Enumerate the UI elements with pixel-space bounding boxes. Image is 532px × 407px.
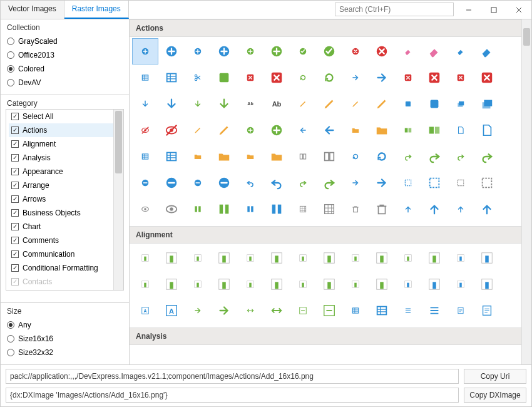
icon-add-file-sm[interactable] bbox=[185, 38, 211, 64]
icon-clip[interactable] bbox=[237, 64, 263, 91]
size-option-size32x32[interactable]: Size32x32 bbox=[7, 346, 123, 359]
icon-undo[interactable] bbox=[263, 170, 290, 196]
size-option-size16x16[interactable]: Size16x16 bbox=[7, 332, 123, 346]
icon-refresh[interactable] bbox=[369, 143, 395, 170]
icon-reset-sm[interactable] bbox=[290, 170, 316, 196]
size-option-any[interactable]: Any bbox=[7, 318, 123, 332]
icon-drill[interactable]: Ab bbox=[263, 91, 290, 117]
icon-folder-sm[interactable] bbox=[342, 117, 369, 143]
category-item-actions[interactable]: Actions bbox=[9, 123, 121, 137]
icon-al-cl-sm[interactable] bbox=[342, 245, 369, 271]
icon-open2-sm[interactable] bbox=[237, 143, 263, 170]
icon-del-data[interactable] bbox=[421, 64, 448, 91]
icon-convert[interactable] bbox=[316, 64, 342, 91]
icon-al-br[interactable] bbox=[263, 245, 290, 271]
tab-vector[interactable]: Vector Images bbox=[1, 1, 64, 19]
icon-al-hl[interactable] bbox=[211, 271, 237, 297]
icon-al-hc2-sm[interactable] bbox=[132, 271, 158, 297]
icon-al-bl-sm[interactable] bbox=[185, 245, 211, 271]
icon-al-list[interactable] bbox=[421, 297, 448, 324]
icon-up2[interactable] bbox=[474, 196, 500, 222]
icon-redo2[interactable] bbox=[474, 143, 500, 170]
collection-option-devav[interactable]: DevAV bbox=[7, 76, 123, 90]
icon-del-list-sm[interactable] bbox=[448, 64, 474, 91]
category-item-select-all[interactable]: Select All bbox=[9, 110, 121, 123]
icon-edit-sm[interactable] bbox=[290, 91, 316, 117]
icon-al-txt-sm[interactable]: A bbox=[132, 297, 158, 324]
icon-al-jl-sm[interactable] bbox=[342, 271, 369, 297]
icon-al-hl-sm[interactable] bbox=[185, 271, 211, 297]
icon-clear-tbl-sm[interactable] bbox=[132, 64, 158, 91]
icon-convert-sm[interactable] bbox=[290, 64, 316, 91]
icon-redo2-sm[interactable] bbox=[448, 143, 474, 170]
icon-book[interactable] bbox=[316, 143, 342, 170]
icon-add-doc-sm[interactable] bbox=[237, 38, 263, 64]
icon-al-hr-sm[interactable] bbox=[237, 271, 263, 297]
icon-split-v[interactable] bbox=[263, 196, 290, 222]
icon-folder[interactable] bbox=[369, 117, 395, 143]
icon-al-v-sm[interactable] bbox=[185, 297, 211, 324]
category-item-chart[interactable]: Chart bbox=[9, 220, 121, 234]
category-item-arrange[interactable]: Arrange bbox=[9, 178, 121, 192]
icon-clear-tbl[interactable] bbox=[158, 64, 185, 91]
icon-split-v-sm[interactable] bbox=[237, 196, 263, 222]
icon-trash-sm[interactable] bbox=[342, 196, 369, 222]
category-item-conditional-formatting[interactable]: Conditional Formatting bbox=[9, 261, 121, 275]
icon-al-cr[interactable] bbox=[421, 245, 448, 271]
icon-convert-tbl[interactable] bbox=[369, 64, 395, 91]
tab-raster[interactable]: Raster Images bbox=[64, 1, 129, 19]
icon-add-doc[interactable] bbox=[263, 38, 290, 64]
uri-field[interactable] bbox=[6, 369, 459, 384]
icon-al-bc[interactable] bbox=[158, 245, 185, 271]
icon-fwd[interactable] bbox=[369, 170, 395, 196]
icon-al-cc-sm[interactable] bbox=[290, 245, 316, 271]
icon-hide[interactable] bbox=[158, 117, 185, 143]
icon-up2-sm[interactable] bbox=[448, 196, 474, 222]
icon-layers[interactable] bbox=[474, 91, 500, 117]
group-header-actions[interactable]: Actions bbox=[130, 19, 521, 37]
icon-redo[interactable] bbox=[421, 143, 448, 170]
icon-split-h-sm[interactable] bbox=[185, 196, 211, 222]
icon-al-bl[interactable] bbox=[211, 245, 237, 271]
group-header-analysis[interactable]: Analysis bbox=[130, 327, 521, 345]
icon-new[interactable] bbox=[474, 117, 500, 143]
icon-open[interactable] bbox=[211, 143, 237, 170]
icon-al-tl[interactable] bbox=[474, 271, 500, 297]
icon-al-bc-sm[interactable] bbox=[132, 245, 158, 271]
icon-sel-all[interactable] bbox=[474, 170, 500, 196]
icon-edit-tbl[interactable] bbox=[369, 91, 395, 117]
icon-img-edit-sm[interactable] bbox=[185, 117, 211, 143]
icon-clear[interactable] bbox=[421, 38, 448, 64]
icon-new-sm[interactable] bbox=[448, 117, 474, 143]
icon-al-tc[interactable] bbox=[421, 271, 448, 297]
icon-grid-sm[interactable] bbox=[290, 196, 316, 222]
icon-edit[interactable] bbox=[316, 91, 342, 117]
icon-al-cr-sm[interactable] bbox=[395, 245, 421, 271]
category-item-arrows[interactable]: Arrows bbox=[9, 192, 121, 206]
icon-undo-sm[interactable] bbox=[237, 170, 263, 196]
icon-del-list[interactable] bbox=[474, 64, 500, 91]
icon-cancel-sm[interactable] bbox=[342, 38, 369, 64]
icon-remove[interactable] bbox=[158, 170, 185, 196]
minimize-button[interactable] bbox=[456, 1, 481, 19]
icon-al-txt[interactable]: A bbox=[158, 297, 185, 324]
icon-select[interactable] bbox=[421, 170, 448, 196]
icon-apply[interactable] bbox=[316, 38, 342, 64]
icon-del-data-sm[interactable] bbox=[395, 64, 421, 91]
icon-redo-sm[interactable] bbox=[395, 143, 421, 170]
group-header-alignment[interactable]: Alignment bbox=[130, 226, 521, 244]
icon-sel-all-sm[interactable] bbox=[448, 170, 474, 196]
icon-back-sm[interactable] bbox=[290, 117, 316, 143]
icon-book-sm[interactable] bbox=[290, 143, 316, 170]
icon-group-sm[interactable] bbox=[395, 91, 421, 117]
icon-al-cl[interactable] bbox=[369, 245, 395, 271]
icon-al-tc-sm[interactable] bbox=[395, 271, 421, 297]
icon-al-v[interactable] bbox=[211, 297, 237, 324]
icon-al-doc-sm[interactable] bbox=[448, 297, 474, 324]
category-item-analysis[interactable]: Analysis bbox=[9, 151, 121, 165]
category-scrollbar[interactable] bbox=[113, 110, 123, 290]
icon-new-tbl-sm[interactable] bbox=[132, 143, 158, 170]
category-item-appearance[interactable]: Appearance bbox=[9, 165, 121, 178]
icon-trash[interactable] bbox=[369, 196, 395, 222]
icon-dl2-sm[interactable] bbox=[185, 91, 211, 117]
